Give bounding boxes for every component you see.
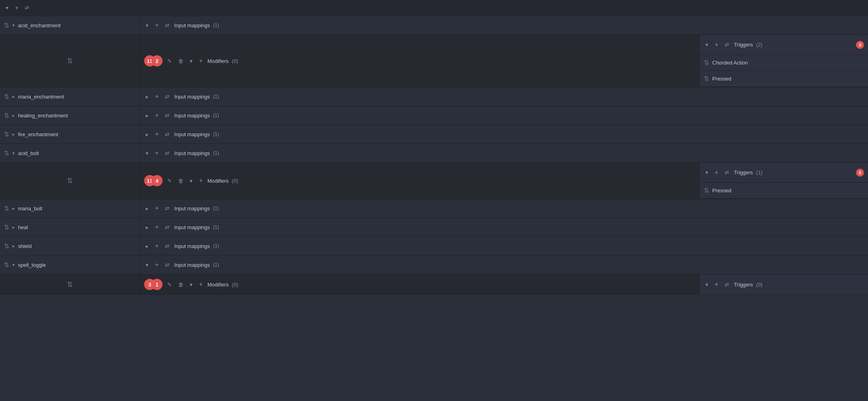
edit-mapping-button[interactable]: ✎ [166,281,173,288]
mapping-sort-btn-acid_bolt[interactable]: ⇄ [163,149,171,157]
sort-triggers-button[interactable]: ⇄ [723,169,731,176]
sort-drag-icon[interactable]: ⇅ [4,224,9,231]
add-modifier-button[interactable]: + [197,280,204,289]
triggers-panel: ▾+⇄Triggers(1)5⇅Pressed [700,163,868,199]
triggers-header: ▾+⇄Triggers(1)5 [700,163,868,183]
mapping-expand-btn-mana_bolt[interactable]: ▸ [144,205,150,212]
mapping-expand-btn-spell_toggle[interactable]: ▾ [144,261,150,269]
mapping-header-mana_bolt: ▸+⇄Input mappings(1) [140,199,868,218]
collapse-triggers-button[interactable]: ▾ [704,41,710,48]
triggers-label: Triggers [734,282,753,288]
mapping-sort-btn-healing_enchantment[interactable]: ⇄ [163,112,171,119]
triggers-panel: ▾+⇄Triggers(2)3⇅Chorded Action⇅Pressed [700,35,868,87]
mapping-sort-btn-fire_enchantment[interactable]: ⇄ [163,131,171,138]
sub-sort-icon[interactable]: ⇅ [67,176,73,185]
action-label-fire_enchantment: ⇅▸fire_enchantment [0,125,140,143]
mapping-sort-btn-mana_bolt[interactable]: ⇄ [163,205,171,212]
mapping-add-btn-shield[interactable]: + [153,242,160,250]
delete-mapping-button[interactable]: 🗑 [177,281,185,288]
add-modifier-button[interactable]: + [197,176,204,185]
expand-btn-fire_enchantment[interactable]: ▸ [12,132,15,137]
add-action-button[interactable]: + [13,4,20,12]
sort-drag-icon[interactable]: ⇅ [4,131,9,138]
collapse-mapping-button[interactable]: ▾ [188,281,194,288]
triggers-count: (0) [756,282,763,288]
mapping-add-btn-acid_enchantment[interactable]: + [153,21,160,30]
sort-triggers-button[interactable]: ⇄ [723,281,731,288]
trigger-sort-icon[interactable]: ⇅ [704,75,709,83]
add-trigger-button[interactable]: + [713,280,720,289]
mapping-add-btn-spell_toggle[interactable]: + [153,260,160,269]
badge-group: 114 [144,175,163,186]
mapping-add-btn-mana_enchantment[interactable]: + [153,92,160,101]
triggers-label: Triggers [734,42,753,48]
mapping-count-spell_toggle: (1) [213,262,219,268]
edit-mapping-button[interactable]: ✎ [166,177,173,185]
mapping-add-btn-healing_enchantment[interactable]: + [153,111,160,120]
edit-mapping-button[interactable]: ✎ [166,57,173,65]
sort-drag-icon[interactable]: ⇅ [4,242,9,250]
sort-triggers-button[interactable]: ⇄ [723,41,731,48]
expand-btn-acid_bolt[interactable]: ▾ [12,151,15,156]
modifiers-label: Modifiers [207,178,229,184]
sort-drag-icon[interactable]: ⇅ [4,22,9,29]
badge-1: 1 [151,279,163,290]
add-trigger-button[interactable]: + [713,168,720,177]
mapping-sort-btn-spell_toggle[interactable]: ⇄ [163,261,171,269]
sort-drag-icon[interactable]: ⇅ [4,149,9,157]
triggers-header: ▾+⇄Triggers(0) [700,274,868,294]
expand-btn-mana_enchantment[interactable]: ▸ [12,94,15,99]
mapping-expand-btn-acid_bolt[interactable]: ▾ [144,149,150,157]
expand-btn-acid_enchantment[interactable]: ▾ [12,23,15,28]
action-name-acid_bolt: acid_bolt [18,150,39,156]
mapping-sort-btn-shield[interactable]: ⇄ [163,242,171,250]
mapping-sort-btn-mana_enchantment[interactable]: ⇄ [163,93,171,101]
sort-drag-icon[interactable]: ⇅ [4,261,9,269]
mapping-expand-btn-fire_enchantment[interactable]: ▸ [144,131,150,138]
sort-action-button[interactable]: ⇄ [23,4,31,12]
modifiers-label: Modifiers [207,58,229,64]
mapping-header-spell_toggle: ▾+⇄Input mappings(1) [140,256,868,274]
add-modifier-button[interactable]: + [197,56,204,65]
collapse-triggers-button[interactable]: ▾ [704,281,710,288]
action-name-acid_enchantment: acid_enchantment [18,22,60,28]
action-group-mana_enchantment: ⇅▸mana_enchantment▸+⇄Input mappings(1) [0,87,868,106]
sub-sort-icon[interactable]: ⇅ [67,56,73,65]
expand-btn-heal[interactable]: ▸ [12,225,15,230]
sub-indent-acid_bolt: ⇅ [0,163,140,199]
collapse-all-button[interactable]: ▾ [4,4,10,12]
action-group-shield: ⇅▸shield▸+⇄Input mappings(1) [0,237,868,256]
mapping-sort-btn-heal[interactable]: ⇄ [163,224,171,231]
add-trigger-button[interactable]: + [713,40,720,49]
mapping-add-btn-fire_enchantment[interactable]: + [153,130,160,139]
sort-drag-icon[interactable]: ⇅ [4,93,9,101]
trigger-item-0: ⇅Chorded Action [700,55,868,71]
collapse-mapping-button[interactable]: ▾ [188,57,194,65]
trigger-sort-icon[interactable]: ⇅ [704,187,709,194]
mapping-count-mana_enchantment: (1) [213,94,219,99]
delete-mapping-button[interactable]: 🗑 [177,177,185,185]
collapse-mapping-button[interactable]: ▾ [188,177,194,185]
mapping-sort-btn-acid_enchantment[interactable]: ⇄ [163,22,171,29]
sort-drag-icon[interactable]: ⇅ [4,112,9,119]
expand-btn-shield[interactable]: ▸ [12,244,15,249]
mapping-add-btn-acid_bolt[interactable]: + [153,149,160,157]
expand-btn-spell_toggle[interactable]: ▾ [12,262,15,268]
trigger-sort-icon[interactable]: ⇅ [704,59,709,66]
delete-mapping-button[interactable]: 🗑 [177,57,185,65]
mapping-label-mana_bolt: Input mappings [174,206,210,212]
sort-drag-icon[interactable]: ⇅ [4,205,9,212]
sub-sort-icon[interactable]: ⇅ [67,280,73,289]
mapping-expand-btn-acid_enchantment[interactable]: ▾ [144,22,150,29]
mapping-add-btn-mana_bolt[interactable]: + [153,204,160,213]
mapping-expand-btn-mana_enchantment[interactable]: ▸ [144,93,150,101]
mapping-expand-btn-healing_enchantment[interactable]: ▸ [144,112,150,119]
mapping-expand-btn-shield[interactable]: ▸ [144,242,150,250]
expand-btn-healing_enchantment[interactable]: ▸ [12,113,15,118]
mapping-add-btn-heal[interactable]: + [153,223,160,232]
mapping-count-acid_bolt: (1) [213,150,219,156]
expand-btn-mana_bolt[interactable]: ▸ [12,206,15,211]
collapse-triggers-button[interactable]: ▾ [704,169,710,176]
mapping-header-acid_enchantment: ▾+⇄Input mappings(1) [140,16,868,34]
mapping-expand-btn-heal[interactable]: ▸ [144,224,150,231]
